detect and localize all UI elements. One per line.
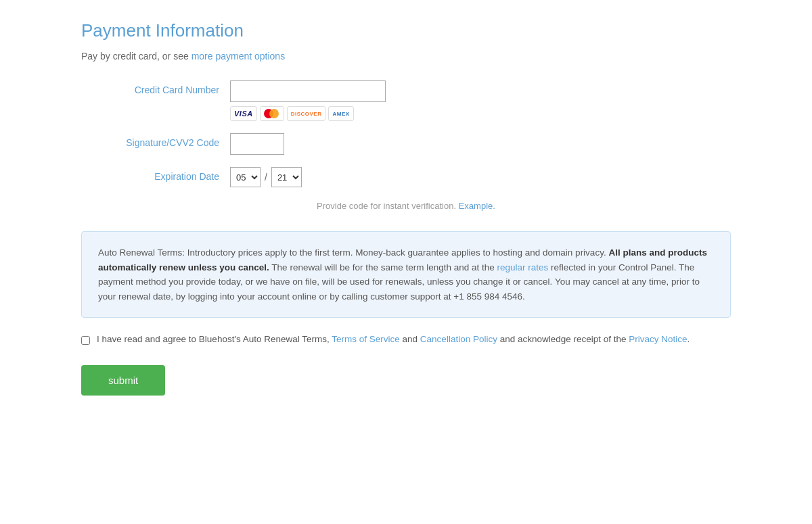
auto-renewal-box: Auto Renewal Terms: Introductory prices … (81, 231, 731, 318)
expiry-label: Expiration Date (81, 167, 230, 182)
cvv-row: Signature/CVV2 Code (81, 133, 731, 155)
cvv-field-group (230, 133, 284, 155)
agree-row: I have read and agree to Bluehost's Auto… (81, 334, 731, 345)
page-title: Payment Information (81, 20, 731, 41)
mastercard-icon (260, 106, 284, 121)
example-link[interactable]: Example. (459, 201, 495, 211)
verification-note-text: Provide code for instant verification. (317, 201, 459, 211)
tos-link[interactable]: Terms of Service (332, 334, 400, 344)
expiry-separator: / (265, 172, 267, 183)
discover-icon: DISCOVER (287, 106, 326, 121)
agree-and2: and acknowledge receipt of the (497, 334, 629, 344)
subtitle-text: Pay by credit card, or see (81, 51, 191, 62)
subtitle: Pay by credit card, or see more payment … (81, 51, 731, 62)
expiry-row: Expiration Date 01 02 03 04 05 06 07 08 … (81, 167, 731, 187)
expiry-field-group: 01 02 03 04 05 06 07 08 09 10 11 12 / 19… (230, 167, 302, 187)
mc-circle-orange (269, 109, 279, 118)
agree-checkbox[interactable] (81, 336, 90, 345)
visa-icon: VISA (230, 106, 257, 121)
agree-and: and (400, 334, 420, 344)
amex-icon: AMEX (328, 106, 353, 121)
page-container: Payment Information Pay by credit card, … (0, 0, 812, 416)
payment-form: Credit Card Number VISA DISCOVER AMEX (81, 80, 731, 187)
cvv-input[interactable] (230, 133, 284, 155)
cc-number-field-group: VISA DISCOVER AMEX (230, 80, 386, 121)
verification-note: Provide code for instant verification. E… (81, 201, 731, 211)
cc-number-input[interactable] (230, 80, 386, 102)
mc-circles (264, 108, 280, 119)
expiry-month-select[interactable]: 01 02 03 04 05 06 07 08 09 10 11 12 (230, 167, 261, 187)
agree-text: I have read and agree to Bluehost's Auto… (97, 334, 690, 344)
cc-number-row: Credit Card Number VISA DISCOVER AMEX (81, 80, 731, 121)
cvv-label: Signature/CVV2 Code (81, 133, 230, 148)
cc-number-label: Credit Card Number (81, 80, 230, 95)
card-icons: VISA DISCOVER AMEX (230, 106, 386, 121)
regular-rates-link[interactable]: regular rates (497, 262, 549, 272)
agree-prefix: I have read and agree to Bluehost's Auto… (97, 334, 332, 344)
more-payment-options-link[interactable]: more payment options (191, 51, 286, 62)
cancellation-policy-link[interactable]: Cancellation Policy (420, 334, 497, 344)
auto-renewal-intro: Auto Renewal Terms: Introductory prices … (98, 247, 608, 258)
expiry-year-select[interactable]: 19 20 21 22 23 24 25 26 27 28 (271, 167, 302, 187)
agree-end: . (687, 334, 690, 344)
submit-button[interactable]: submit (81, 365, 165, 396)
privacy-notice-link[interactable]: Privacy Notice (629, 334, 687, 344)
